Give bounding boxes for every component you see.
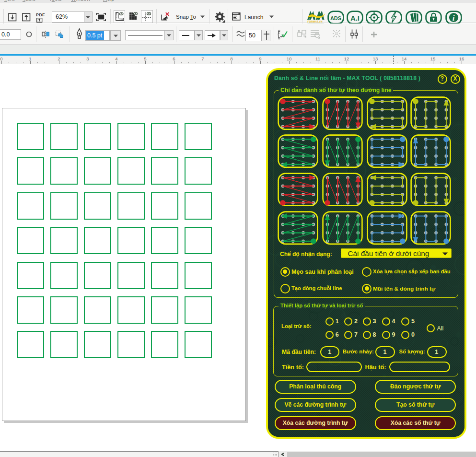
svg-text:FORMAT.VN: FORMAT.VN <box>308 20 323 23</box>
svg-text:ADS: ADS <box>330 15 341 21</box>
svg-text:i: i <box>452 13 454 23</box>
svg-text:A.I: A.I <box>350 14 360 22</box>
